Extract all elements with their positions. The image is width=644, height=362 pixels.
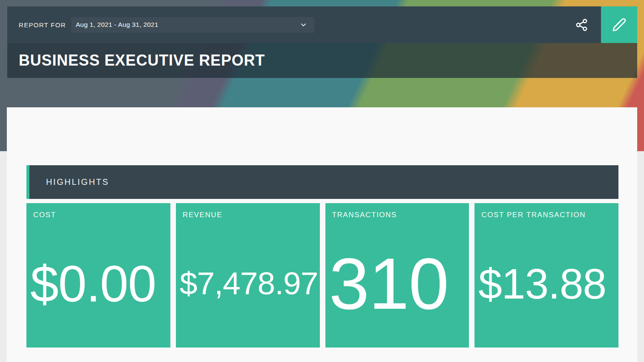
title-band: BUSINESS EXECUTIVE REPORT: [7, 43, 637, 78]
report-for-label: REPORT FOR: [19, 21, 66, 29]
metric-label: COST: [26, 203, 170, 219]
metric-card-cost: COST $0.00: [26, 203, 170, 348]
metric-value: $0.00: [30, 258, 156, 309]
chevron-down-icon: [299, 21, 308, 29]
content-panel: HIGHLIGHTS COST $0.00 REVENUE $7,478.97 …: [7, 107, 637, 362]
share-button[interactable]: [573, 16, 590, 33]
metric-value-area: $0.00: [26, 219, 170, 348]
metric-value: $13.88: [478, 262, 606, 305]
metric-card-cost-per-transaction: COST PER TRANSACTION $13.88: [474, 203, 618, 348]
metric-value: 310: [329, 247, 449, 320]
metric-cards-row: COST $0.00 REVENUE $7,478.97 TRANSACTION…: [26, 203, 618, 348]
edit-button[interactable]: [601, 6, 637, 43]
pencil-icon: [612, 17, 627, 32]
top-bar: REPORT FOR Aug 1, 2021 - Aug 31, 2021: [7, 6, 637, 43]
share-icon: [575, 18, 588, 32]
highlights-section-header: HIGHLIGHTS: [26, 165, 618, 199]
metric-value-area: $7,478.97: [176, 219, 320, 348]
date-range-value: Aug 1, 2021 - Aug 31, 2021: [76, 21, 299, 29]
section-accent-bar: [26, 165, 29, 199]
metric-value-area: $13.88: [474, 219, 618, 348]
metric-label: COST PER TRANSACTION: [474, 203, 618, 219]
page-title: BUSINESS EXECUTIVE REPORT: [19, 52, 265, 69]
metric-card-revenue: REVENUE $7,478.97: [176, 203, 320, 348]
section-title: HIGHLIGHTS: [46, 177, 109, 187]
metric-value-area: 310: [325, 219, 469, 348]
metric-label: REVENUE: [176, 203, 320, 219]
metric-label: TRANSACTIONS: [325, 203, 469, 219]
metric-card-transactions: TRANSACTIONS 310: [325, 203, 469, 348]
date-range-dropdown[interactable]: Aug 1, 2021 - Aug 31, 2021: [71, 17, 314, 33]
metric-value: $7,478.97: [180, 267, 318, 299]
